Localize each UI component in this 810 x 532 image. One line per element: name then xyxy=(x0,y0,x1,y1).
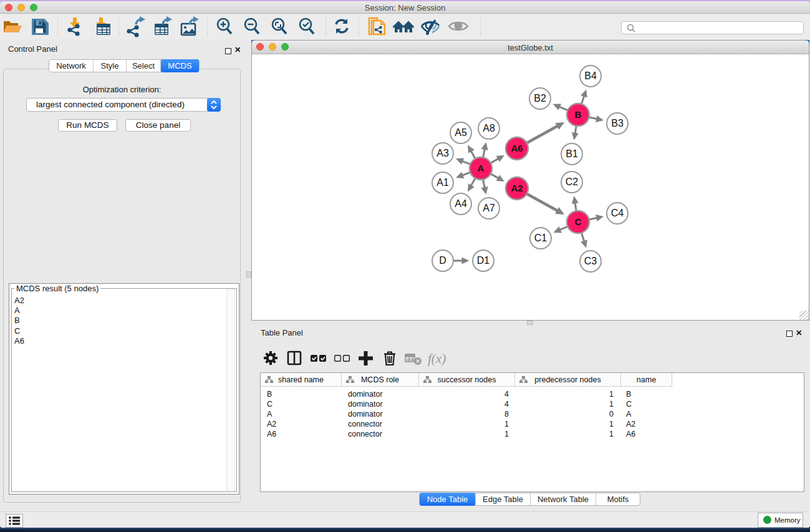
svg-text:D: D xyxy=(439,255,446,266)
svg-text:C: C xyxy=(575,216,582,227)
svg-text:A: A xyxy=(478,163,485,173)
svg-text:C3: C3 xyxy=(584,256,597,266)
svg-text:C1: C1 xyxy=(534,233,547,243)
svg-text:C4: C4 xyxy=(611,208,624,218)
svg-text:A3: A3 xyxy=(436,148,449,158)
svg-text:B3: B3 xyxy=(611,118,624,128)
svg-text:A7: A7 xyxy=(483,203,495,213)
svg-text:B: B xyxy=(575,109,582,120)
svg-text:B4: B4 xyxy=(584,70,597,81)
svg-text:A2: A2 xyxy=(511,183,523,193)
svg-text:C2: C2 xyxy=(566,177,579,187)
svg-text:A1: A1 xyxy=(436,177,449,188)
svg-text:A6: A6 xyxy=(511,143,523,153)
svg-text:A8: A8 xyxy=(483,123,495,133)
svg-text:B2: B2 xyxy=(534,93,546,104)
svg-text:A4: A4 xyxy=(455,198,467,209)
svg-text:D1: D1 xyxy=(477,255,490,266)
svg-text:A5: A5 xyxy=(455,127,467,138)
svg-text:B1: B1 xyxy=(566,148,578,159)
